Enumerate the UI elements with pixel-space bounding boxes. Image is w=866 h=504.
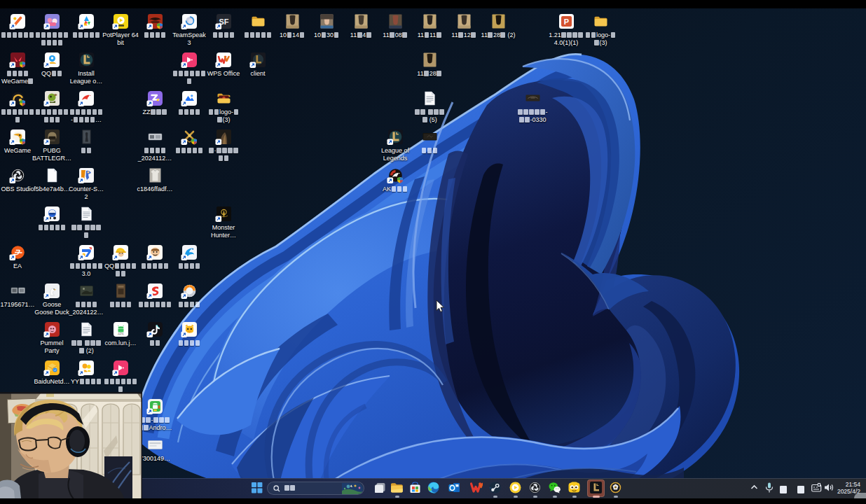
svg-text:P: P xyxy=(563,18,568,26)
svg-text:APK: APK xyxy=(117,332,123,336)
